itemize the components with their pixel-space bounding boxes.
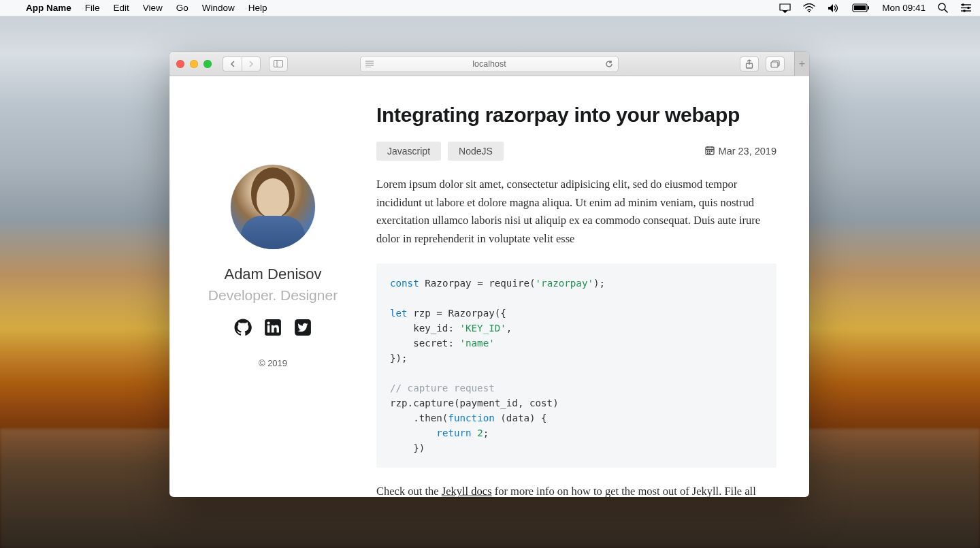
share-button[interactable] bbox=[740, 57, 759, 71]
calendar-icon bbox=[705, 146, 715, 157]
article-intro: Lorem ipsum dolor sit amet, consectetur … bbox=[376, 176, 777, 248]
reader-mode-icon[interactable] bbox=[361, 61, 378, 67]
window-close-button[interactable] bbox=[176, 60, 184, 68]
menubar-clock[interactable]: Mon 09:41 bbox=[882, 3, 926, 13]
browser-window: localhost + Adam Denisov Developer. Desi… bbox=[169, 52, 809, 497]
twitter-icon[interactable] bbox=[294, 319, 312, 339]
avatar bbox=[231, 165, 315, 249]
tag-nodejs[interactable]: NodeJS bbox=[448, 142, 504, 161]
code-block: const Razorpay = require('razorpay'); le… bbox=[376, 263, 777, 468]
tabs-button[interactable] bbox=[766, 57, 785, 71]
window-minimize-button[interactable] bbox=[190, 60, 198, 68]
article-date-text: Mar 23, 2019 bbox=[719, 146, 777, 157]
svg-rect-33 bbox=[709, 152, 710, 154]
wifi-icon[interactable] bbox=[803, 3, 815, 12]
macos-menubar: App Name File Edit View Go Window Help M… bbox=[0, 0, 980, 16]
control-center-icon[interactable] bbox=[960, 3, 972, 12]
link-jekyll-docs[interactable]: Jekyll docs bbox=[442, 485, 492, 497]
menubar-app-name[interactable]: App Name bbox=[26, 3, 71, 13]
profile-sidebar: Adam Denisov Developer. Designer © 2019 bbox=[169, 76, 376, 497]
svg-rect-22 bbox=[267, 325, 270, 333]
svg-point-10 bbox=[967, 7, 970, 10]
tag-javascript[interactable]: Javascript bbox=[376, 142, 441, 161]
svg-rect-30 bbox=[709, 150, 710, 152]
battery-icon[interactable] bbox=[852, 3, 870, 12]
article: Integrating razorpay into your webapp Ja… bbox=[376, 76, 809, 497]
address-bar[interactable]: localhost bbox=[360, 56, 619, 72]
window-maximize-button[interactable] bbox=[203, 60, 212, 68]
sidebar-toggle-button[interactable] bbox=[269, 57, 288, 71]
window-controls bbox=[176, 60, 212, 68]
copyright-text: © 2019 bbox=[259, 358, 287, 368]
profile-subtitle: Developer. Designer bbox=[208, 287, 338, 304]
menubar-item-edit[interactable]: Edit bbox=[114, 3, 129, 13]
nav-back-button[interactable] bbox=[223, 57, 242, 71]
menubar-item-view[interactable]: View bbox=[143, 3, 163, 13]
svg-rect-3 bbox=[868, 6, 869, 10]
svg-rect-31 bbox=[711, 150, 713, 152]
svg-rect-2 bbox=[854, 5, 866, 10]
svg-point-9 bbox=[962, 3, 964, 6]
browser-titlebar: localhost + bbox=[169, 52, 809, 76]
article-outro: Check out the Jekyll docs for more info … bbox=[376, 483, 777, 497]
menubar-item-window[interactable]: Window bbox=[202, 3, 235, 13]
nav-forward-button[interactable] bbox=[242, 57, 261, 71]
menubar-item-help[interactable]: Help bbox=[248, 3, 267, 13]
svg-point-0 bbox=[808, 11, 810, 12]
menubar-item-file[interactable]: File bbox=[85, 3, 100, 13]
svg-line-5 bbox=[945, 10, 947, 12]
svg-point-23 bbox=[267, 321, 270, 324]
menubar-item-go[interactable]: Go bbox=[176, 3, 189, 13]
linkedin-icon[interactable] bbox=[264, 319, 282, 339]
spotlight-icon[interactable] bbox=[938, 3, 948, 13]
svg-rect-32 bbox=[707, 152, 708, 154]
new-tab-button[interactable]: + bbox=[794, 52, 809, 76]
svg-rect-29 bbox=[707, 150, 708, 152]
article-date: Mar 23, 2019 bbox=[705, 146, 777, 157]
profile-name: Adam Denisov bbox=[224, 265, 321, 283]
github-icon[interactable] bbox=[234, 319, 252, 339]
volume-icon[interactable] bbox=[828, 3, 840, 13]
svg-rect-12 bbox=[274, 61, 283, 67]
article-title: Integrating razorpay into your webapp bbox=[376, 103, 777, 127]
address-bar-host: localhost bbox=[378, 59, 600, 69]
reload-icon[interactable] bbox=[600, 60, 618, 68]
svg-rect-20 bbox=[771, 62, 778, 67]
airplay-icon[interactable] bbox=[779, 3, 791, 13]
svg-point-11 bbox=[963, 10, 966, 12]
